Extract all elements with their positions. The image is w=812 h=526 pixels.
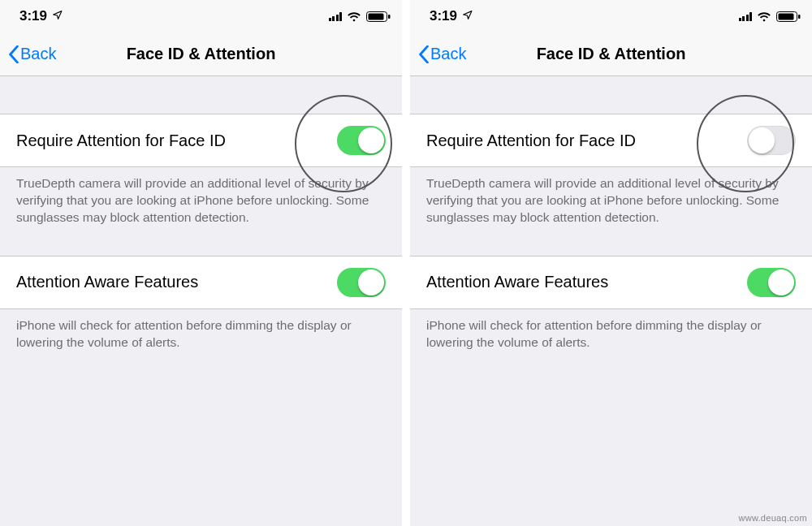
svg-rect-4: [779, 13, 794, 19]
back-button[interactable]: Back: [8, 45, 56, 63]
battery-icon: [776, 11, 801, 22]
require-attention-toggle[interactable]: [747, 126, 796, 155]
nav-bar: Back Face ID & Attention: [410, 32, 812, 76]
attention-aware-toggle[interactable]: [337, 268, 386, 297]
cellular-icon: [329, 12, 343, 21]
status-bar: 3:19: [0, 0, 402, 32]
attention-aware-toggle[interactable]: [747, 268, 796, 297]
nav-bar: Back Face ID & Attention: [0, 32, 402, 76]
back-button[interactable]: Back: [418, 45, 466, 63]
page-title: Face ID & Attention: [127, 45, 276, 63]
cellular-icon: [739, 12, 753, 21]
require-attention-footer: TrueDepth camera will provide an additio…: [0, 167, 402, 241]
wifi-icon: [347, 11, 361, 22]
location-icon: [462, 10, 473, 23]
svg-rect-1: [369, 13, 384, 19]
status-bar: 3:19: [410, 0, 812, 32]
chevron-left-icon: [418, 45, 430, 63]
row-attention-aware: Attention Aware Features: [0, 256, 402, 309]
row-attention-aware: Attention Aware Features: [410, 256, 812, 309]
screenshot-divider: [402, 0, 410, 526]
chevron-left-icon: [8, 45, 19, 63]
svg-rect-5: [798, 15, 801, 19]
screenshot-left: 3:19 Back Face ID & Attention Require At…: [0, 0, 402, 526]
attention-aware-footer: iPhone will check for attention before d…: [0, 309, 402, 366]
status-time: 3:19: [430, 8, 457, 24]
page-title: Face ID & Attention: [537, 45, 686, 63]
status-time: 3:19: [19, 8, 47, 24]
row-require-attention: Require Attention for Face ID: [0, 114, 402, 167]
require-attention-footer: TrueDepth camera will provide an additio…: [410, 167, 812, 241]
location-icon: [52, 10, 63, 23]
attention-aware-label: Attention Aware Features: [16, 273, 198, 291]
back-label: Back: [430, 45, 466, 63]
attention-aware-footer: iPhone will check for attention before d…: [410, 309, 812, 366]
require-attention-label: Require Attention for Face ID: [426, 132, 636, 150]
require-attention-toggle[interactable]: [337, 126, 386, 155]
row-require-attention: Require Attention for Face ID: [410, 114, 812, 167]
screenshot-right: 3:19 Back Face ID & Attention Require At…: [410, 0, 812, 526]
battery-icon: [366, 11, 391, 22]
attention-aware-label: Attention Aware Features: [426, 273, 608, 291]
wifi-icon: [757, 11, 771, 22]
back-label: Back: [20, 45, 56, 63]
svg-rect-2: [388, 15, 391, 19]
watermark: www.deuaq.com: [738, 513, 807, 523]
require-attention-label: Require Attention for Face ID: [16, 132, 226, 150]
